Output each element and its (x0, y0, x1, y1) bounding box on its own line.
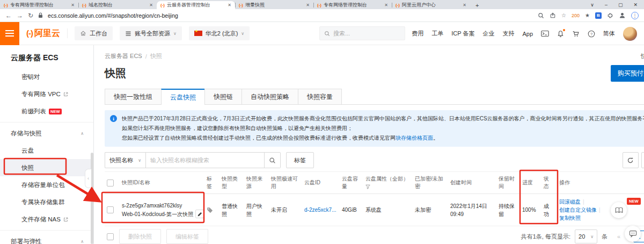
tab-close-icon[interactable]: ✕ (228, 3, 231, 8)
browser-tab[interactable]: (-) 增量快照 ✕ (235, 1, 313, 9)
chevron-down-icon: ∨ (173, 31, 177, 36)
edit-name-button[interactable] (195, 210, 204, 218)
browser-tab-active[interactable]: (-) 云服务器管理控制台 ✕ (157, 1, 235, 9)
search-button[interactable] (265, 152, 281, 168)
tab-disk-snapshot[interactable]: 云盘快照 (161, 89, 204, 105)
user-avatar[interactable] (623, 27, 637, 41)
browser-menu-icon[interactable]: ⋮ (631, 12, 639, 19)
browser-tab[interactable]: (-) 专有网络管理控制台 ✕ (0, 1, 78, 9)
sidebar-section-storage[interactable]: 存储与快照 ∧ (0, 125, 93, 142)
aliyun-favicon-icon: (-) (239, 3, 243, 8)
forward-icon[interactable]: → (17, 12, 23, 19)
b-extension-icon[interactable]: B (595, 12, 602, 19)
row-instant-access: 未开启 (271, 206, 299, 214)
tab-close-icon[interactable]: ✕ (384, 3, 388, 8)
tab-auto-policy[interactable]: 自动快照策略 (241, 89, 298, 104)
snapshot-name-search-input[interactable] (145, 152, 265, 168)
back-icon[interactable]: ← (5, 12, 12, 19)
puzzle-extensions-icon[interactable] (607, 12, 613, 19)
zoom-icon[interactable] (538, 12, 544, 19)
window-menu-chevron-icon[interactable]: ∨ (590, 2, 594, 8)
page-size-select[interactable]: 20 ∨ (575, 229, 597, 243)
hamburger-menu-icon[interactable] (0, 22, 19, 45)
console-search[interactable] (319, 26, 405, 40)
breadcrumb: 云服务器 ECS / 快照 快照使用须知 (105, 52, 644, 60)
item-label: 快照 (21, 164, 34, 172)
workbench-button[interactable]: 工作台 (75, 26, 113, 40)
filter-field-selector[interactable]: 快照名称 ∨ (105, 152, 145, 168)
sidebar-item-vpc[interactable]: 专有网络 VPC (0, 85, 93, 103)
help-icon[interactable]: ? (588, 30, 595, 38)
row-disk-id-link[interactable]: d-2ze5xck7... (304, 206, 336, 214)
share-icon[interactable] (550, 12, 556, 19)
notifications-bell-icon[interactable] (557, 30, 564, 38)
profile-icon[interactable] (619, 12, 626, 19)
row-tag-icon-cell[interactable] (207, 206, 216, 214)
select-all-checkbox[interactable] (107, 180, 114, 186)
terminal-icon[interactable] (541, 30, 549, 37)
window-maximize-icon[interactable]: ▢ (618, 2, 623, 8)
new-tab-button[interactable]: + (470, 2, 484, 9)
first-page-icon[interactable]: « (617, 233, 620, 240)
copy-snapshot-link[interactable]: 复制快照 (559, 215, 581, 221)
browser-tab[interactable]: (-) 阿里云用户中心 ✕ (392, 1, 470, 9)
sidebar-section-deploy[interactable]: 部署与弹性 ∧ (0, 233, 93, 244)
address-url[interactable]: ecs.console.aliyun.com/#/snapshot/region… (48, 12, 178, 19)
menu-icp[interactable]: ICP 备案 (451, 30, 474, 38)
sidebar-item-snapshot[interactable]: 快照 (0, 159, 93, 176)
tab-close-icon[interactable]: ✕ (149, 3, 153, 8)
feedback-widget-button[interactable] (625, 226, 641, 242)
usage-notice-link[interactable]: 快照使用须知 (641, 52, 644, 60)
filter-funnel-icon[interactable] (365, 184, 370, 189)
region-selector[interactable]: ★ 华北2 (北京) ∨ (189, 26, 250, 40)
export-button[interactable] (641, 152, 644, 168)
menu-enterprise[interactable]: 企业 (482, 30, 494, 38)
tab-snapshot-capacity[interactable]: 快照容量 (298, 89, 342, 104)
extension-star-icon[interactable]: ★ (585, 12, 590, 18)
menu-app[interactable]: App (522, 31, 533, 37)
disk-id-link[interactable]: d-2ze5xck7... (304, 207, 336, 213)
delete-snapshot-button[interactable]: 删除快照 (119, 229, 161, 244)
extension-badge-count[interactable]: 200 (572, 13, 580, 18)
sidebar-item-disk[interactable]: 云盘 (0, 142, 93, 159)
create-custom-image-link[interactable]: 创建自定义镜像 (559, 207, 597, 213)
sidebar-item-prefix-list[interactable]: 前缀列表 NEW (0, 103, 93, 120)
rollback-disk-link[interactable]: 回滚磁盘 (559, 199, 581, 205)
buy-storage-pack-button[interactable]: 购买预付费存储包 (611, 65, 644, 82)
menu-tickets[interactable]: 工单 (431, 30, 443, 38)
sidebar-item-dedicated-block[interactable]: 专属块存储集群 (0, 193, 93, 211)
bookmark-star-icon[interactable]: ☆ (561, 12, 566, 18)
snapshot-id[interactable]: s-2ze5gx7amxakt762klsy (122, 202, 201, 210)
breadcrumb-root[interactable]: 云服务器 ECS (105, 52, 142, 60)
refresh-button[interactable] (623, 152, 639, 168)
sidebar-item-keypair[interactable]: 密钥对 (0, 68, 93, 85)
footer-select-all-checkbox[interactable] (107, 233, 114, 240)
browser-tab[interactable]: (-) 域名控制台 ✕ (78, 1, 157, 9)
browser-tab[interactable]: (-) 专有网络管理控制台 ✕ (313, 1, 392, 9)
tag-filter-button[interactable]: 标签 (286, 152, 314, 168)
window-close-icon[interactable]: ✕ (633, 2, 638, 8)
cart-icon[interactable] (572, 30, 580, 38)
row-checkbox[interactable] (107, 206, 114, 213)
account-resources-button[interactable]: 账号全部资源 ∨ (120, 26, 182, 40)
docs-widget-button[interactable] (611, 202, 627, 218)
tab-close-icon[interactable]: ✕ (306, 3, 310, 8)
menu-billing[interactable]: 费用 (412, 30, 423, 38)
sidebar-item-storage-pack[interactable]: 存储容量单位包 (0, 176, 93, 193)
console-search-input[interactable] (333, 30, 392, 37)
tab-close-icon[interactable]: ✕ (463, 3, 466, 8)
reload-icon[interactable]: ↻ (28, 12, 33, 19)
tab-close-icon[interactable]: ✕ (71, 3, 75, 8)
snapshot-name[interactable]: Web-01-Kodcloud-第一次快照 (122, 210, 193, 218)
tab-consistency-group[interactable]: 快照一致性组 (105, 89, 161, 104)
block-storage-price-link[interactable]: 块存储价格页面 (396, 135, 433, 141)
sidebar-scrollbar[interactable] (91, 153, 93, 244)
tab-snapshot-chain[interactable]: 快照链 (204, 89, 241, 104)
aliyun-logo[interactable]: (-) 阿里云 (19, 28, 67, 39)
menu-support[interactable]: 支持 (502, 30, 514, 38)
sidebar-item-nas[interactable]: 文件存储 NAS (0, 211, 93, 228)
language-selector[interactable]: 简体 (603, 30, 615, 38)
edit-tag-button[interactable]: 编辑标签 (166, 229, 208, 244)
window-minimize-icon[interactable]: – (605, 2, 608, 8)
sidebar-collapse-handle[interactable]: ‹ (85, 169, 91, 188)
